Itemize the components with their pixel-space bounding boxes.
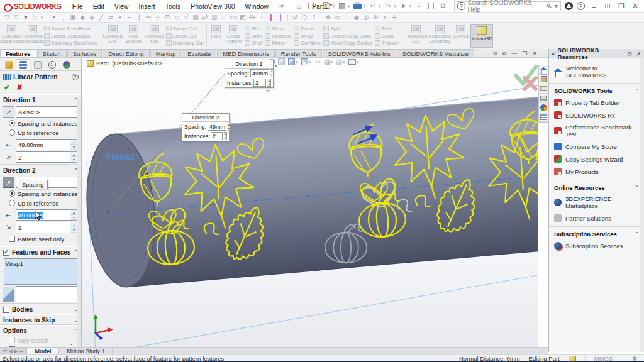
configuration-tab[interactable] (30, 59, 45, 70)
fillet-button[interactable]: Fillet (208, 24, 225, 48)
tab-nav-buttons[interactable]: ⏮︎ ◀ ▶ ⏭︎ (0, 348, 27, 354)
doc-new-window-icon[interactable]: ⧉ (502, 50, 506, 57)
model-tab[interactable]: Model (27, 348, 59, 354)
options-header[interactable]: Options⌃ (0, 325, 81, 336)
collapse-icon[interactable]: ⌃ (635, 88, 639, 94)
undo-icon[interactable]: ↶ (368, 2, 377, 11)
tab-features[interactable]: Features (0, 49, 36, 57)
features-list[interactable]: Wrap1 (4, 258, 77, 285)
sketch-check-icon[interactable]: √ (182, 13, 191, 21)
callout1-instances-spinner[interactable]: ▲▼ (267, 79, 271, 87)
faces-list[interactable] (16, 286, 78, 302)
pm-more-chevron[interactable]: ⌄ (69, 341, 74, 346)
callout1-spacing-field[interactable]: 49mm (250, 69, 269, 77)
menu-photoview[interactable]: PhotoView 360 (186, 1, 239, 11)
compare-my-score-link[interactable]: Compare My Score (549, 140, 644, 153)
graphics-area[interactable]: Part1 (Default<<Default>... ▾ ▾ ◔▾ ▾ ▾ ▾… (82, 58, 538, 347)
partner-solutions-link[interactable]: Partner Solutions (549, 212, 644, 224)
dim-icon[interactable]: ⟴ (248, 13, 257, 21)
d2-instances-field[interactable]: 2 (16, 222, 70, 233)
doc-cascade-icon[interactable]: ⧉ (494, 50, 497, 57)
view-cube-icon[interactable]: ⬡ (300, 13, 309, 21)
sketch-spline-icon[interactable]: 〜 (144, 13, 153, 21)
menu-view[interactable]: View (110, 1, 133, 11)
lofted-boss-button[interactable]: Lofted Boss/Base (44, 33, 98, 40)
motion-study-tab[interactable]: Motion Study 1 (59, 348, 113, 354)
combine-button[interactable]: Combine (294, 40, 321, 47)
view-settings-icon[interactable]: ▾ (348, 59, 359, 65)
appearance3-icon[interactable]: ◌ (343, 13, 352, 21)
direction2-header[interactable]: Direction 2⌃ (0, 165, 81, 175)
my-products-link[interactable]: My Products (549, 165, 644, 178)
pm-cancel-button[interactable]: ✘ (16, 83, 23, 92)
marketplace-link[interactable]: 3DEXPERIENCE Marketplace (549, 193, 644, 212)
print-icon[interactable] (353, 2, 362, 11)
plane1-label[interactable]: Plane1 (106, 152, 136, 162)
callout1-collapse-chevron[interactable]: ⌃ (266, 89, 271, 96)
rib-button[interactable]: Rib (245, 25, 263, 32)
collapse-pane-icon[interactable]: « (552, 50, 555, 57)
d1-up-to-reference-radio[interactable] (9, 129, 15, 136)
home-icon[interactable]: ⌂ (294, 2, 304, 11)
sketch-rect-icon[interactable]: ▣ (69, 13, 77, 21)
property-tab-builder-link[interactable]: Property Tab Builder (549, 96, 644, 109)
d1-spacing-field[interactable]: 49.00mm (16, 139, 70, 150)
tab-solidworks-addins[interactable]: SOLIDWORKS Add-Ins (323, 49, 396, 57)
view-palette-tab[interactable] (539, 94, 548, 103)
flex-button[interactable]: Flex (375, 25, 399, 32)
sketch-plane-icon[interactable]: ▱ (106, 13, 115, 21)
filter-toggle-icon[interactable]: ▽ (3, 13, 11, 21)
marker2-icon[interactable]: ❙ (276, 13, 285, 21)
sketch-solid2-icon[interactable]: ◈ (87, 13, 96, 21)
help-search-input[interactable]: ? Search SOLIDWORKS Help 🔍︎ ▾ (454, 1, 561, 11)
callout1-instances-field[interactable]: 2 (253, 79, 266, 87)
flyout-feature-tree[interactable]: Part1 (Default<<Default>... (87, 60, 167, 67)
tab-render-tools[interactable]: Render Tools (275, 49, 322, 57)
callout2-spacing-spinner[interactable]: ▲▼ (228, 123, 231, 131)
reference-geometry-button[interactable]: Reference Geometry (428, 24, 452, 48)
sketch-zoomA-icon[interactable]: 🗚︎ (201, 13, 209, 21)
subscription-services-link[interactable]: Subscription Services (549, 239, 644, 252)
appearance2-icon[interactable]: ▭ (333, 13, 342, 21)
menu-insert[interactable]: Insert (134, 1, 159, 11)
dome-button[interactable]: Dome (294, 25, 321, 32)
callout2-instances-spinner[interactable]: ▲▼ (224, 132, 227, 140)
view-orientation-icon[interactable]: ▾ (288, 58, 298, 65)
sketch-box-icon[interactable]: ⊡ (163, 13, 172, 21)
sketch-dot-icon[interactable]: ▪ (116, 13, 125, 21)
callout2-spacing-field[interactable]: 49mm (208, 123, 226, 131)
filter-faces-icon[interactable]: ▼ (21, 13, 30, 21)
scale-button[interactable]: Scale (375, 33, 399, 40)
tab-evaluate[interactable]: Evaluate (182, 49, 216, 57)
file-explorer-tab[interactable] (539, 84, 548, 94)
split-button[interactable]: Split (323, 25, 372, 32)
thicken-button[interactable]: Thicken (375, 40, 399, 47)
linear-pattern-button[interactable]: Linear Pattern (225, 24, 243, 48)
tab-first-icon[interactable]: ⏮︎ (3, 349, 7, 354)
doc-close-button[interactable]: ✕ (532, 50, 537, 57)
restore-button[interactable]: ❐ (616, 2, 626, 10)
online-resources-section[interactable]: Online Resources⌃ (549, 180, 644, 193)
features-faces-checkbox[interactable] (3, 250, 9, 256)
solidworks-tools-section[interactable]: SOLIDWORKS Tools⌃ (549, 83, 644, 96)
select-icon[interactable]: ➤ (399, 2, 408, 11)
filter-edges-icon[interactable]: ▽ (12, 13, 21, 21)
revolved-boss-button[interactable]: Revolved Boss/Base (22, 24, 43, 48)
options-gear-icon[interactable]: ⚙ (438, 2, 448, 11)
resources-tab[interactable] (539, 65, 548, 75)
d2-spacing-instances-radio[interactable] (9, 190, 15, 197)
collapse-icon[interactable]: ⌃ (635, 185, 639, 190)
design-library-tab[interactable] (539, 75, 548, 84)
section-icon[interactable]: ◩ (238, 13, 247, 21)
open-icon[interactable] (321, 2, 331, 11)
help-icon[interactable]: ? (577, 2, 585, 10)
file-properties-icon[interactable] (426, 2, 436, 11)
redo-icon[interactable]: ↷ (384, 2, 393, 11)
sketch-axis-icon[interactable]: ⊹ (153, 13, 162, 21)
featuremanager-tree-tab[interactable] (1, 59, 16, 70)
tab-markup[interactable]: Markup (150, 49, 182, 57)
custom-properties-tab[interactable] (539, 112, 548, 122)
edit-appearance-icon[interactable]: ▾ (324, 59, 333, 65)
login-user-icon[interactable]: 👤︎ (565, 2, 573, 10)
confirm-cancel-icon[interactable] (525, 78, 536, 89)
